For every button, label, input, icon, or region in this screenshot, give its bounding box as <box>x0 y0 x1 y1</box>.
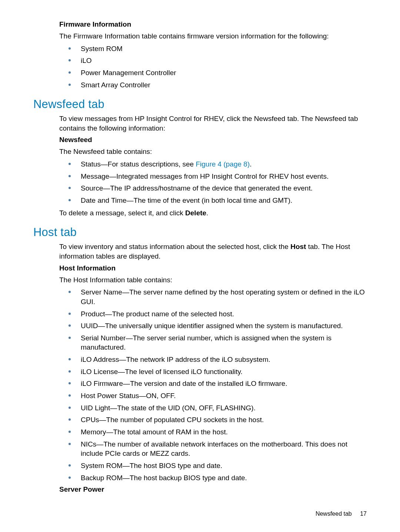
newsfeed-section-title: Newsfeed tab <box>33 98 367 111</box>
host-section-title: Host tab <box>33 226 367 239</box>
list-item: Status—For status descriptions, see Figu… <box>59 159 367 169</box>
delete-bold: Delete <box>185 209 206 217</box>
host-bold: Host <box>290 243 306 250</box>
text: . <box>250 160 251 168</box>
server-power-heading: Server Power <box>59 485 367 494</box>
list-item: System ROM—The host BIOS type and date. <box>59 461 367 471</box>
figure-link[interactable]: Figure 4 (page 8) <box>196 160 250 168</box>
list-item: System ROM <box>59 44 367 54</box>
page-footer: Newsfeed tab 17 <box>316 511 367 517</box>
host-info-list: Server Name—The server name defined by t… <box>59 287 367 482</box>
page-number: 17 <box>360 511 367 517</box>
host-intro: To view inventory and status information… <box>59 242 367 261</box>
list-item: iLO <box>59 56 367 65</box>
list-item: UID Light—The state of the UID (ON, OFF,… <box>59 403 367 413</box>
list-item: Date and Time—The time of the event (in … <box>59 196 367 205</box>
newsfeed-delete-note: To delete a message, select it, and clic… <box>59 208 367 218</box>
list-item: Backup ROM—The host backup BIOS type and… <box>59 473 367 483</box>
list-item: Power Management Controller <box>59 68 367 78</box>
host-table-intro: The Host Information table contains: <box>59 275 367 285</box>
newsfeed-table-intro: The Newsfeed table contains: <box>59 147 367 156</box>
firmware-list: System ROM iLO Power Management Controll… <box>59 44 367 90</box>
list-item: Product—The product name of the selected… <box>59 309 367 319</box>
list-item: iLO License—The level of licensed iLO fu… <box>59 367 367 377</box>
firmware-heading: Firmware Information <box>59 20 367 28</box>
newsfeed-heading: Newsfeed <box>59 136 367 144</box>
newsfeed-list: Status—For status descriptions, see Figu… <box>59 159 367 205</box>
text: . <box>206 209 208 217</box>
list-item: UUID—The universally unique identifier a… <box>59 321 367 331</box>
list-item: Serial Number—The server serial number, … <box>59 333 367 352</box>
newsfeed-intro: To view messages from HP Insight Control… <box>59 114 367 133</box>
list-item: Memory—The total amount of RAM in the ho… <box>59 427 367 437</box>
host-info-heading: Host Information <box>59 264 367 272</box>
footer-label: Newsfeed tab <box>316 511 352 517</box>
list-item: NICs—The number of available network int… <box>59 440 367 458</box>
list-item: CPUs—The number of populated CPU sockets… <box>59 415 367 425</box>
list-item: Server Name—The server name defined by t… <box>59 287 367 306</box>
firmware-intro: The Firmware Information table contains … <box>59 31 367 41</box>
list-item: Source—The IP address/hostname of the de… <box>59 183 367 193</box>
list-item: Smart Array Controller <box>59 80 367 90</box>
text: Status—For status descriptions, see <box>81 160 196 168</box>
text: To delete a message, select it, and clic… <box>59 209 185 217</box>
list-item: Message—Integrated messages from HP Insi… <box>59 172 367 181</box>
list-item: Host Power Status—ON, OFF. <box>59 391 367 401</box>
list-item: iLO Firmware—The version and date of the… <box>59 379 367 388</box>
text: To view inventory and status information… <box>59 243 290 250</box>
page-content: Firmware Information The Firmware Inform… <box>33 20 367 494</box>
list-item: iLO Address—The network IP address of th… <box>59 355 367 364</box>
